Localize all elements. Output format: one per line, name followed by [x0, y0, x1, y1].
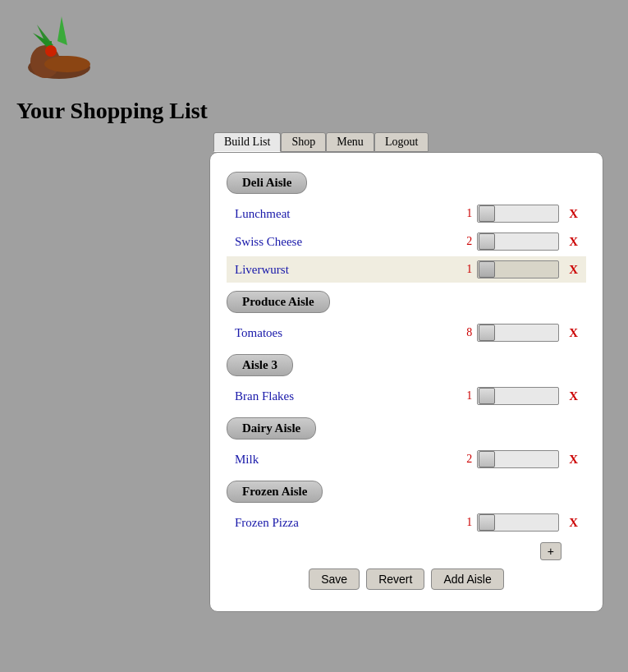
aisle-header-3[interactable]: Aisle 3 — [227, 354, 293, 376]
item-name: Tomatoes — [235, 326, 460, 340]
item-name: Bran Flakes — [235, 389, 460, 403]
logo-area — [0, 0, 628, 94]
item-name: Swiss Cheese — [235, 235, 460, 249]
slider-thumb — [479, 388, 495, 404]
tab-logout[interactable]: Logout — [374, 132, 429, 152]
slider-thumb — [479, 233, 495, 250]
aisle-section-frozen: Frozen Aisle Frozen Pizza 1 X — [227, 474, 586, 536]
slider-thumb — [479, 324, 495, 341]
revert-button[interactable]: Revert — [366, 568, 424, 590]
item-slider[interactable] — [477, 450, 559, 468]
main-panel: Deli Aisle Lunchmeat 1 X Swiss Cheese 2 … — [209, 152, 603, 612]
add-item-row: + — [227, 542, 586, 560]
item-row: Lunchmeat 1 X — [227, 200, 586, 227]
svg-point-6 — [45, 45, 57, 57]
aisle-section-deli: Deli Aisle Lunchmeat 1 X Swiss Cheese 2 … — [227, 165, 586, 283]
slider-thumb — [479, 261, 495, 278]
bottom-buttons: Save Revert Add Aisle — [227, 568, 586, 590]
item-slider[interactable] — [477, 324, 559, 342]
nav-tabs: Build List Shop Menu Logout — [0, 132, 628, 152]
aisle-header-deli[interactable]: Deli Aisle — [227, 172, 307, 194]
item-row: Frozen Pizza 1 X — [227, 509, 586, 536]
item-slider[interactable] — [477, 387, 559, 405]
item-slider[interactable] — [477, 513, 559, 532]
item-qty: 2 — [460, 453, 472, 466]
item-delete[interactable]: X — [569, 207, 578, 221]
item-qty: 1 — [460, 389, 472, 403]
item-slider[interactable] — [477, 260, 559, 278]
item-slider[interactable] — [477, 205, 559, 223]
item-qty: 2 — [460, 235, 472, 248]
item-row: Milk 2 X — [227, 446, 586, 472]
item-name: Frozen Pizza — [235, 516, 460, 530]
add-item-button[interactable]: + — [540, 542, 562, 560]
item-row: Tomatoes 8 X — [227, 320, 586, 346]
item-name: Milk — [235, 453, 460, 467]
tab-build-list[interactable]: Build List — [213, 132, 281, 152]
tab-menu[interactable]: Menu — [326, 132, 374, 152]
item-delete[interactable]: X — [569, 516, 578, 530]
item-delete[interactable]: X — [569, 235, 578, 249]
item-qty: 8 — [460, 326, 472, 339]
slider-thumb — [479, 205, 495, 222]
aisle-header-frozen[interactable]: Frozen Aisle — [227, 481, 323, 503]
item-qty: 1 — [460, 207, 472, 220]
save-button[interactable]: Save — [309, 568, 360, 590]
item-delete[interactable]: X — [569, 453, 578, 467]
item-qty: 1 — [460, 263, 472, 276]
app-logo — [16, 8, 99, 82]
item-row: Bran Flakes 1 X — [227, 383, 586, 409]
aisle-section-3: Aisle 3 Bran Flakes 1 X — [227, 348, 586, 409]
aisle-header-dairy[interactable]: Dairy Aisle — [227, 417, 316, 440]
slider-thumb — [479, 514, 495, 531]
item-delete[interactable]: X — [569, 389, 578, 403]
svg-point-2 — [44, 56, 90, 72]
page-title: Your Shopping List — [0, 94, 628, 132]
slider-thumb — [479, 451, 495, 467]
svg-marker-4 — [57, 16, 67, 45]
item-name: Lunchmeat — [235, 207, 460, 221]
item-row-highlighted: Liverwurst 1 X — [227, 256, 586, 283]
aisle-header-produce[interactable]: Produce Aisle — [227, 291, 330, 313]
tab-shop[interactable]: Shop — [281, 132, 326, 152]
add-aisle-button[interactable]: Add Aisle — [431, 568, 503, 590]
item-delete[interactable]: X — [569, 263, 578, 277]
item-name: Liverwurst — [235, 263, 460, 277]
item-slider[interactable] — [477, 232, 559, 251]
item-delete[interactable]: X — [569, 326, 578, 340]
item-qty: 1 — [460, 516, 472, 529]
item-row: Swiss Cheese 2 X — [227, 228, 586, 255]
aisle-section-dairy: Dairy Aisle Milk 2 X — [227, 411, 586, 472]
aisle-section-produce: Produce Aisle Tomatoes 8 X — [227, 284, 586, 346]
